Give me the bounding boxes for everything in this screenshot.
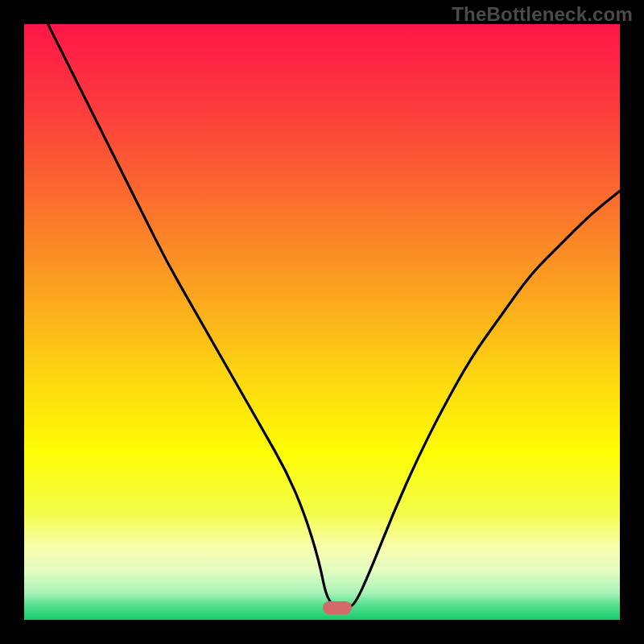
watermark-label: TheBottleneck.com [452,3,633,26]
bottleneck-curve [24,24,620,620]
optimal-point-marker [323,601,352,614]
plot-area [24,24,620,620]
chart-frame: TheBottleneck.com [0,0,644,644]
